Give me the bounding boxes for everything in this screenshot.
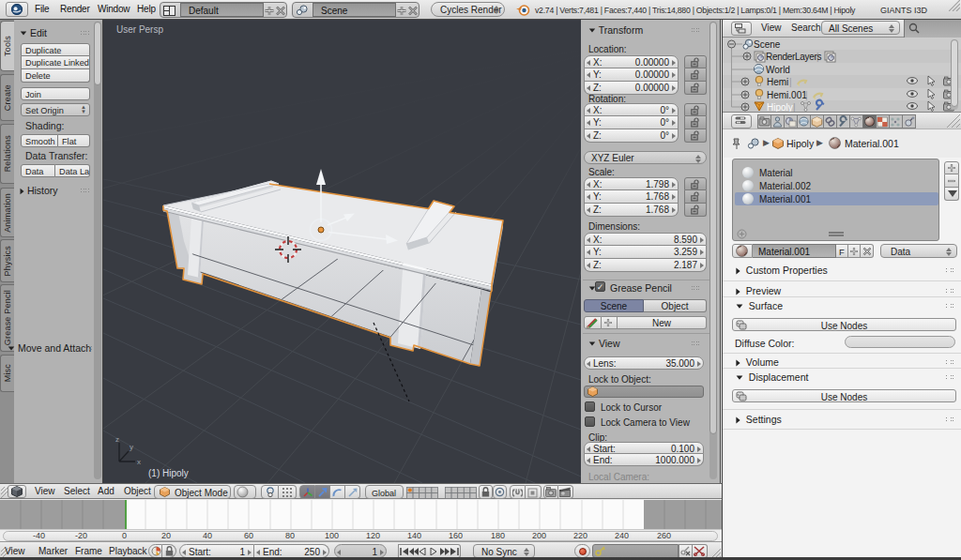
svg-text:x: x: [137, 458, 141, 466]
svg-text:y: y: [130, 443, 133, 451]
svg-text:|: |: [789, 77, 792, 87]
svg-text:|: |: [793, 102, 796, 112]
svg-text:z: z: [115, 435, 119, 444]
